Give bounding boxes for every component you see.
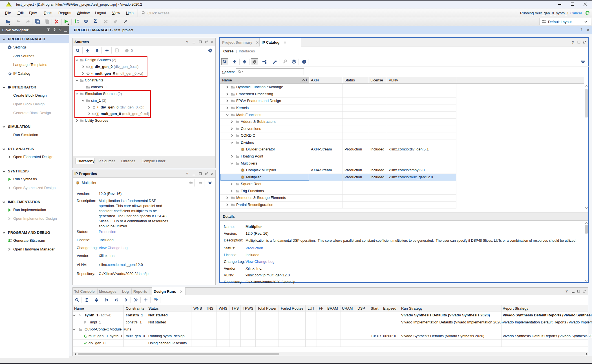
svg-text:10: 10: [77, 22, 79, 24]
svg-text:?: ?: [116, 49, 118, 52]
svg-text:i: i: [304, 60, 304, 63]
svg-text:01: 01: [77, 20, 79, 22]
svg-text:01: 01: [10, 239, 12, 241]
svg-text:10: 10: [10, 241, 12, 243]
